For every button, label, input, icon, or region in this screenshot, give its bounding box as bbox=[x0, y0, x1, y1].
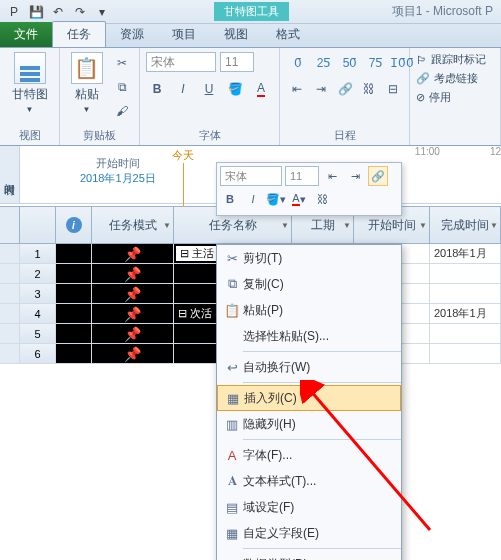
text-style-icon: 𝐀 bbox=[221, 473, 243, 489]
link-icon[interactable]: 🔗 bbox=[334, 78, 356, 100]
col-task-mode[interactable]: 任务模式▼ bbox=[92, 207, 174, 243]
wrap-icon: ↩ bbox=[221, 360, 243, 375]
app-icon[interactable]: P bbox=[4, 3, 24, 21]
mini-outdent-icon[interactable]: ⇤ bbox=[322, 166, 342, 186]
timeline-today-marker: 今天 bbox=[170, 148, 196, 209]
font-name-select[interactable]: 宋体 bbox=[146, 52, 216, 72]
font-color-button[interactable]: A bbox=[250, 78, 272, 100]
ctx-font[interactable]: A字体(F)... bbox=[217, 442, 401, 468]
pct-75-icon[interactable]: 75̄ bbox=[364, 52, 388, 74]
ctx-copy[interactable]: ⧉复制(C) bbox=[217, 271, 401, 297]
underline-button[interactable]: U bbox=[198, 78, 220, 100]
timeline-side-label: 时间表 bbox=[0, 146, 20, 203]
row-number[interactable]: 2 bbox=[20, 264, 56, 283]
quick-access-toolbar: P 💾 ↶ ↷ ▾ bbox=[4, 3, 112, 21]
tab-view[interactable]: 视图 bbox=[210, 22, 262, 47]
row-number[interactable]: 1 bbox=[20, 244, 56, 263]
copy-icon: ⧉ bbox=[221, 276, 243, 292]
group-sched-label: 日程 bbox=[286, 126, 403, 143]
ribbon-tabs: 文件 任务 资源 项目 视图 格式 bbox=[0, 24, 501, 48]
tab-task[interactable]: 任务 bbox=[52, 21, 106, 47]
pct-25-icon[interactable]: 25̄ bbox=[312, 52, 336, 74]
ctx-field-set[interactable]: ▤域设定(F) bbox=[217, 494, 401, 520]
row-header-blank[interactable] bbox=[20, 207, 56, 243]
format-painter-icon[interactable]: 🖌 bbox=[111, 100, 133, 122]
italic-button[interactable]: I bbox=[172, 78, 194, 100]
bold-button[interactable]: B bbox=[146, 78, 168, 100]
pin-icon: 📌 bbox=[124, 266, 141, 282]
mini-bold-icon[interactable]: B bbox=[220, 189, 240, 209]
field-icon: ▤ bbox=[221, 500, 243, 515]
disable-icon: ⊘ bbox=[416, 91, 425, 104]
mini-italic-icon[interactable]: I bbox=[243, 189, 263, 209]
mini-indent-icon[interactable]: ⇥ bbox=[345, 166, 365, 186]
ctx-data-type[interactable]: 数据类型(D)▶ bbox=[217, 551, 401, 560]
row-number[interactable]: 4 bbox=[20, 304, 56, 323]
mini-font-select[interactable]: 宋体 bbox=[220, 166, 282, 186]
col-info[interactable]: i bbox=[56, 207, 92, 243]
row-number[interactable]: 5 bbox=[20, 324, 56, 343]
mini-toolbar: 宋体 11 ⇤ ⇥ 🔗 B I 🪣▾ A▾ ⛓ bbox=[216, 162, 402, 216]
split-icon[interactable]: ⊟ bbox=[382, 78, 404, 100]
pin-icon: 📌 bbox=[124, 286, 141, 302]
gantt-icon bbox=[14, 52, 46, 84]
unlink-icon[interactable]: ⛓ bbox=[358, 78, 380, 100]
copy-icon[interactable]: ⧉ bbox=[111, 76, 133, 98]
paste-icon bbox=[71, 52, 103, 84]
ctx-paste-special[interactable]: 选择性粘贴(S)... bbox=[217, 323, 401, 349]
mini-unlink-icon[interactable]: ⛓ bbox=[312, 189, 332, 209]
row-number[interactable]: 6 bbox=[20, 344, 56, 363]
group-font-label: 字体 bbox=[146, 126, 273, 143]
ctx-wrap[interactable]: ↩自动换行(W) bbox=[217, 354, 401, 380]
paste-label: 粘贴 bbox=[75, 86, 99, 103]
mini-size-select[interactable]: 11 bbox=[285, 166, 319, 186]
gantt-label: 甘特图 bbox=[12, 86, 48, 103]
pct-50-icon[interactable]: 50̄ bbox=[338, 52, 362, 74]
pct-0-icon[interactable]: 0̄ bbox=[286, 52, 310, 74]
disable-button[interactable]: ⊘停用 bbox=[416, 90, 486, 105]
chain-icon: 🔗 bbox=[416, 72, 430, 85]
ctx-hide-column[interactable]: ▥隐藏列(H) bbox=[217, 411, 401, 437]
pin-icon: 📌 bbox=[124, 306, 141, 322]
insert-col-icon: ▦ bbox=[222, 391, 244, 406]
track-mark-button[interactable]: 🏳跟踪时标记 bbox=[416, 52, 486, 67]
respect-links-button[interactable]: 🔗考虑链接 bbox=[416, 71, 486, 86]
ctx-paste[interactable]: 📋粘贴(P) bbox=[217, 297, 401, 323]
ctx-text-style[interactable]: 𝐀文本样式(T)... bbox=[217, 468, 401, 494]
tab-resource[interactable]: 资源 bbox=[106, 22, 158, 47]
hide-col-icon: ▥ bbox=[221, 417, 243, 432]
row-number[interactable]: 3 bbox=[20, 284, 56, 303]
font-size-select[interactable]: 11 bbox=[220, 52, 254, 72]
cut-icon[interactable]: ✂ bbox=[111, 52, 133, 74]
gantt-chart-button[interactable]: 甘特图 ▼ bbox=[6, 52, 53, 114]
timeline-start-label: 开始时间 bbox=[80, 156, 156, 171]
undo-icon[interactable]: ↶ bbox=[48, 3, 68, 21]
mini-fill-icon[interactable]: 🪣▾ bbox=[266, 189, 286, 209]
ctx-cut[interactable]: ✂剪切(T) bbox=[217, 245, 401, 271]
context-menu: ✂剪切(T) ⧉复制(C) 📋粘贴(P) 选择性粘贴(S)... ↩自动换行(W… bbox=[216, 244, 402, 560]
pin-icon: 📌 bbox=[124, 246, 141, 262]
qat-dropdown-icon[interactable]: ▾ bbox=[92, 3, 112, 21]
redo-icon[interactable]: ↷ bbox=[70, 3, 90, 21]
timeline-start-date: 2018年1月25日 bbox=[80, 171, 156, 186]
timeline-tick: 11:00 bbox=[415, 146, 440, 157]
timeline-tick: 12 bbox=[490, 146, 501, 157]
ctx-custom-field[interactable]: ▦自定义字段(E) bbox=[217, 520, 401, 546]
tab-format[interactable]: 格式 bbox=[262, 22, 314, 47]
font-icon: A bbox=[221, 448, 243, 463]
save-icon[interactable]: 💾 bbox=[26, 3, 46, 21]
flag-icon: 🏳 bbox=[416, 54, 427, 66]
paste-button[interactable]: 粘贴 ▼ bbox=[66, 52, 107, 114]
mini-link-icon[interactable]: 🔗 bbox=[368, 166, 388, 186]
col-end[interactable]: 完成时间▼ bbox=[430, 207, 501, 243]
fill-color-button[interactable]: 🪣 bbox=[224, 78, 246, 100]
mini-font-color-icon[interactable]: A▾ bbox=[289, 189, 309, 209]
tab-project[interactable]: 项目 bbox=[158, 22, 210, 47]
ctx-insert-column[interactable]: ▦插入列(C) bbox=[217, 385, 401, 411]
ribbon: 甘特图 ▼ 视图 粘贴 ▼ ✂ ⧉ 🖌 剪贴板 宋体 11 bbox=[0, 48, 501, 146]
outdent-icon[interactable]: ⇤ bbox=[286, 78, 308, 100]
scissors-icon: ✂ bbox=[221, 251, 243, 266]
indent-icon[interactable]: ⇥ bbox=[310, 78, 332, 100]
tab-file[interactable]: 文件 bbox=[0, 22, 52, 47]
group-clip-label: 剪贴板 bbox=[66, 126, 133, 143]
